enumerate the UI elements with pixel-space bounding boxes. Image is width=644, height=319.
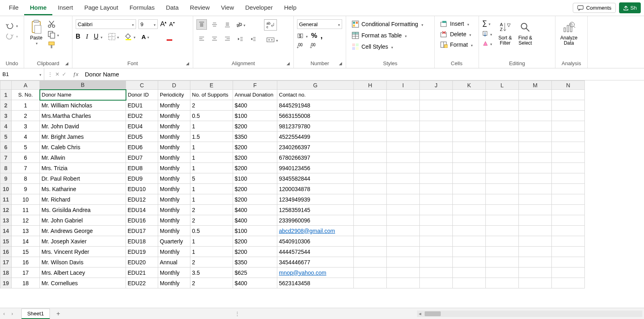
cell[interactable]: EDU12 [126,194,158,205]
cell[interactable] [387,257,420,268]
font-name-combo[interactable]: Calibri [76,19,136,29]
cell[interactable] [453,152,486,163]
cell[interactable]: EDU19 [126,247,158,257]
italic-button[interactable]: I [86,33,88,40]
cell[interactable]: 5 [190,173,233,184]
cell[interactable] [453,226,486,236]
cell[interactable] [552,100,585,111]
cell[interactable]: Monthly [158,184,190,194]
cell[interactable]: EDU9 [126,173,158,184]
cell[interactable] [486,152,519,163]
cell[interactable] [387,121,420,132]
dialog-launcher-icon[interactable]: ◢ [339,61,345,67]
increase-indent-button[interactable] [248,34,258,44]
cell[interactable]: Mr. Cornellues [40,278,126,288]
col-header-H[interactable]: H [354,81,387,90]
cell[interactable]: 14 [12,236,40,247]
cell[interactable] [552,163,585,173]
cell[interactable] [354,184,387,194]
cell[interactable] [486,247,519,257]
cell[interactable] [420,236,453,247]
col-header-D[interactable]: D [158,81,190,90]
cell[interactable]: 9 [12,184,40,194]
underline-button[interactable]: U [94,33,99,40]
cell[interactable]: 3454446677 [277,257,354,268]
cell[interactable]: Ms. Katharine [40,184,126,194]
cell[interactable]: $100 [233,173,277,184]
sort-filter-button[interactable]: AZ Sort & Filter [496,19,514,47]
cell[interactable]: 3 [12,121,40,132]
row-header[interactable]: 14 [0,226,12,236]
cell[interactable] [552,173,585,184]
cell[interactable] [420,111,453,121]
cell[interactable] [387,236,420,247]
cell[interactable]: 2 [190,215,233,226]
cell[interactable]: Mr. John David [40,121,126,132]
cell[interactable] [453,268,486,278]
cell[interactable] [486,173,519,184]
menu-insert[interactable]: Insert [52,1,79,15]
cell[interactable] [453,163,486,173]
cell[interactable]: Annual [158,257,190,268]
cell[interactable]: $200 [233,194,277,205]
cell[interactable]: 17 [12,268,40,278]
col-header-G[interactable]: G [277,81,354,90]
row-header[interactable]: 7 [0,152,12,163]
cell[interactable] [552,215,585,226]
cell[interactable] [354,152,387,163]
cell[interactable]: Monthly [158,173,190,184]
cell[interactable]: 2339960096 [277,215,354,226]
row-header[interactable]: 12 [0,205,12,215]
cell[interactable] [552,268,585,278]
insert-cells-button[interactable]: Insert [438,19,472,28]
row-header[interactable]: 8 [0,163,12,173]
cell[interactable]: Mrs.Martha Charles [40,111,126,121]
cell[interactable]: EDU16 [126,215,158,226]
cell[interactable] [552,132,585,142]
autosum-button[interactable]: ∑ [482,19,492,27]
cell[interactable]: 13 [12,226,40,236]
cell[interactable] [552,278,585,288]
cell[interactable] [387,111,420,121]
cell[interactable]: 2 [190,100,233,111]
cell[interactable]: 6780266397 [277,152,354,163]
cell[interactable] [387,184,420,194]
cell[interactable] [354,278,387,288]
cell[interactable] [453,247,486,257]
cell[interactable] [420,226,453,236]
comments-button[interactable]: Comments [573,3,616,13]
cell[interactable]: EDU1 [126,100,158,111]
cell[interactable] [519,205,552,215]
cell[interactable]: $200 [233,142,277,152]
cell[interactable] [486,184,519,194]
cell[interactable]: Mrs. Vincent Ryder [40,247,126,257]
cell[interactable] [486,268,519,278]
cell[interactable] [354,257,387,268]
cell[interactable] [552,226,585,236]
cell[interactable]: EDU4 [126,121,158,132]
cell[interactable]: 9812379780 [277,121,354,132]
cell[interactable]: Mrs. Trizia [40,163,126,173]
spreadsheet-grid[interactable]: ABCDEFGHIJKLMN1S. No.Donor NameDonor IDP… [0,80,644,288]
cell[interactable]: $400 [233,100,277,111]
col-header-I[interactable]: I [387,81,420,90]
cell[interactable]: Mrs. Albert Lacey [40,268,126,278]
cell[interactable]: $200 [233,236,277,247]
cell[interactable] [486,194,519,205]
align-bottom-button[interactable] [222,19,233,30]
cell[interactable] [453,215,486,226]
number-format-combo[interactable]: General [297,19,342,29]
cell[interactable] [354,173,387,184]
chevron-down-icon[interactable] [15,23,18,29]
cell[interactable] [519,132,552,142]
cell[interactable] [420,194,453,205]
font-color-button[interactable]: A [141,33,149,40]
cell[interactable] [387,215,420,226]
cell[interactable] [552,247,585,257]
menu-home[interactable]: Home [24,1,52,15]
cell[interactable]: 6 [12,152,40,163]
cell[interactable]: 1 [190,194,233,205]
cell[interactable]: 4 [12,132,40,142]
cell[interactable]: 2 [190,205,233,215]
formula-input[interactable]: Donor Name [82,71,644,78]
